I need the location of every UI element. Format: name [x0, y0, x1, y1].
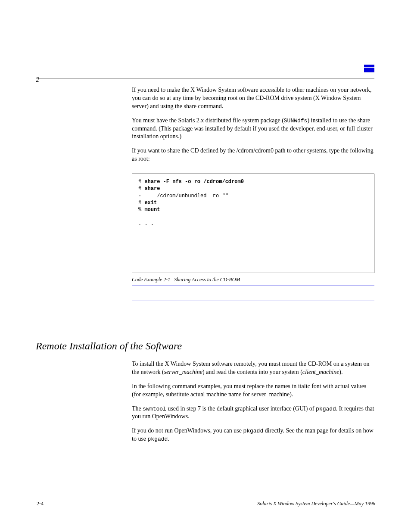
shell-prompt: # [138, 200, 144, 206]
caption-label: Code Example 2-1 [132, 277, 170, 283]
section-body: To install the X Window System software … [132, 360, 374, 449]
inline-code: pkgadd [316, 406, 336, 412]
page-footer: 2-4 Solaris X Window System Developer's … [37, 501, 375, 507]
code-line [138, 248, 368, 255]
code-line: # share -F nfs -o ro /cdrom/cdrom0 [138, 178, 368, 185]
caption-title: Sharing Access to the CD-ROM [174, 277, 240, 283]
text-run: The [132, 405, 143, 412]
shell-command: share -F nfs -o ro /cdrom/cdrom0 [144, 179, 243, 185]
text-run: If you do not run OpenWindows, you can u… [132, 427, 243, 434]
code-line: # exit [138, 199, 368, 206]
shell-prompt: % [138, 207, 144, 213]
paragraph: If you do not run OpenWindows, you can u… [132, 427, 374, 443]
text-run: used in step 7 is the default graphical … [166, 405, 316, 412]
shell-command: mount [144, 207, 160, 213]
paragraph: You must have the Solaris 2.x distribute… [132, 117, 374, 141]
paragraph: If you need to make the X Window System … [132, 86, 374, 111]
shell-command: share [144, 186, 160, 192]
inline-code: SUNWdfs [284, 118, 308, 124]
code-line: . . . [138, 220, 368, 227]
code-line [138, 262, 368, 269]
text-run: . [168, 436, 169, 442]
shell-command: exit [144, 200, 157, 206]
footer-title: Solaris X Window System Developer's Guid… [257, 501, 375, 507]
section-heading: Remote Installation of the Software [36, 340, 182, 352]
paragraph: In the following command examples, you m… [132, 383, 374, 399]
hamburger-icon[interactable] [364, 65, 374, 72]
paragraph: The swmtool used in step 7 is the defaul… [132, 405, 374, 421]
code-example-box: # share -F nfs -o ro /cdrom/cdrom0# shar… [132, 174, 374, 273]
inline-code: swmtool [143, 406, 166, 412]
body-column: If you need to make the X Window System … [132, 86, 374, 301]
footer-date: —May 1996 [350, 501, 375, 507]
chapter-number: 2 [36, 76, 39, 84]
caption-spacer-rule [132, 288, 374, 301]
shell-prompt: # [138, 186, 144, 192]
code-line: - /cdrom/unbundled ro "" [138, 193, 368, 199]
hamburger-bar [364, 70, 374, 72]
hamburger-bar [364, 68, 374, 70]
italic-term: client_machine [302, 369, 339, 375]
inline-code: pkgadd [243, 428, 263, 434]
footer-doc-title: Solaris X Window System Developer's Guid… [257, 501, 350, 507]
paragraph: If you want to share the CD defined by t… [132, 147, 374, 163]
code-example-caption: Code Example 2-1 Sharing Access to the C… [132, 277, 374, 286]
shell-prompt: # [138, 179, 144, 185]
code-line: # share [138, 185, 368, 192]
italic-term: server_machine [164, 369, 202, 375]
inline-code: pkgadd [148, 436, 168, 442]
text-run: You must have the Solaris 2.x distribute… [132, 117, 284, 124]
footer-page-number: 2-4 [37, 501, 44, 507]
text-run: ) and read the contents into your system… [202, 369, 302, 375]
header-rule [36, 78, 374, 78]
paragraph: To install the X Window System software … [132, 360, 374, 376]
code-line: % mount [138, 206, 368, 213]
page: 2 If you need to make the X Window Syste… [0, 0, 411, 532]
hamburger-bar [364, 65, 374, 67]
text-run: ). [339, 369, 342, 375]
code-line [138, 234, 368, 241]
